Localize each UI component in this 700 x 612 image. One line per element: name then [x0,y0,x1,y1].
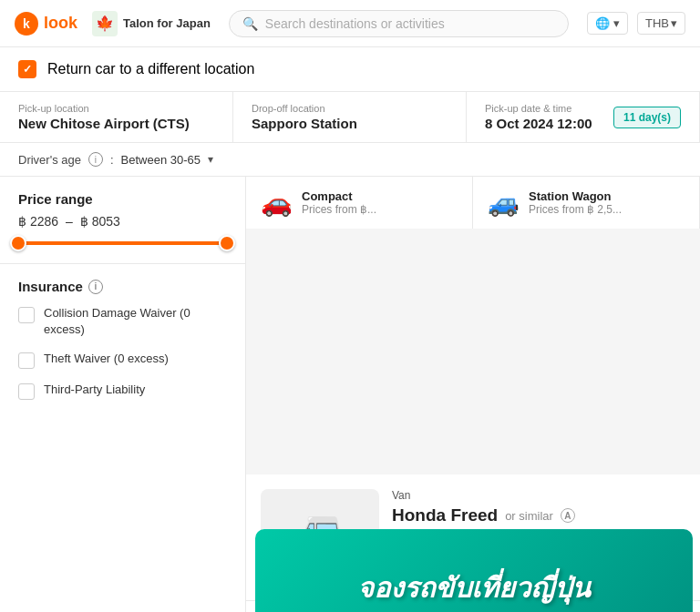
promo-overlay: จองรถขับเที่ยวญี่ปุ่น Step by Step พร้อม… [255,529,693,612]
return-bar: ✓ Return car to a different location [0,47,700,92]
honda-freed-or-similar: or similar [505,509,553,523]
logo-k-icon: k [15,12,38,36]
compact-price: Prices from ฿... [302,203,376,216]
driver-age-chevron-icon[interactable]: ▾ [208,153,213,166]
honda-freed-info-icon[interactable]: A [561,508,575,523]
header: k look 🍁 Talon for Japan 🔍 Search destin… [0,0,700,47]
price-max: ฿ 8053 [80,214,120,229]
price-range-section: Price range ฿ 2286 – ฿ 8053 [0,177,245,264]
insurance-section: Insurance i Collision Damage Waiver (0 e… [0,264,245,427]
pickup-label: Pick-up location [18,103,214,114]
pickup-value: New Chitose Airport (CTS) [18,116,214,131]
brand-icon: 🍁 [92,11,118,36]
date-label: Pick-up date & time [485,103,592,114]
pickup-section[interactable]: Pick-up location New Chitose Airport (CT… [0,92,233,142]
search-icon: 🔍 [242,16,258,31]
date-section[interactable]: Pick-up date & time 8 Oct 2024 12:00 11 … [467,92,700,142]
language-button[interactable]: 🌐 ▾ [587,12,628,35]
insurance-item-1: Collision Damage Waiver (0 excess) [18,305,227,338]
currency-button[interactable]: THB ▾ [637,12,685,35]
insurance-checkbox-1[interactable] [18,307,35,323]
insurance-checkbox-2[interactable] [18,352,35,369]
driver-age-label: Driver's age [18,153,81,167]
driver-age-bar: Driver's age i : Between 30-65 ▾ [0,143,700,177]
currency-label: THB [645,16,669,30]
compact-name: Compact [302,189,376,203]
driver-age-separator: : [110,153,114,167]
mini-card-compact[interactable]: 🚗 Compact Prices from ฿... [246,177,473,229]
insurance-item-2: Theft Waiver (0 excess) [18,351,227,369]
wagon-price: Prices from ฿ 2,5... [529,203,622,216]
compact-info: Compact Prices from ฿... [302,189,376,216]
chevron-currency-icon: ▾ [671,16,677,30]
content-area: 🚗 Compact Prices from ฿... 🚙 Station Wag… [246,177,700,612]
slider-fill [18,241,227,245]
search-bar[interactable]: 🔍 Search destinations or activities [229,10,569,37]
promo-title: จองรถขับเที่ยวญี่ปุ่น [357,570,591,606]
date-info: Pick-up date & time 8 Oct 2024 12:00 [485,103,592,131]
chevron-globe-icon: ▾ [613,16,620,30]
price-min: ฿ 2286 [18,214,58,229]
return-label: Return car to a different location [47,61,254,77]
globe-icon: 🌐 [595,16,610,30]
insurance-label-1: Collision Damage Waiver (0 excess) [44,305,227,338]
days-badge: 11 day(s) [613,107,681,128]
klook-logo[interactable]: k look [15,12,77,36]
date-value: 8 Oct 2024 12:00 [485,116,592,131]
insurance-item-3: Third-Party Liability [18,382,227,400]
search-placeholder: Search destinations or activities [265,16,445,31]
price-values: ฿ 2286 – ฿ 8053 [18,214,227,229]
price-range-title: Price range [18,191,227,207]
location-bar: Pick-up location New Chitose Airport (CT… [0,92,700,143]
dropoff-value: Sapporo Station [252,116,448,131]
brand-name: Talon for Japan [123,16,211,30]
mini-card-wagon[interactable]: 🚙 Station Wagon Prices from ฿ 2,5... [473,177,700,229]
wagon-car-icon: 🚙 [488,188,520,218]
wagon-info: Station Wagon Prices from ฿ 2,5... [529,189,622,216]
compact-car-icon: 🚗 [261,188,293,218]
logo-text: look [44,14,77,33]
price-slider[interactable] [18,241,227,245]
main-layout: Price range ฿ 2286 – ฿ 8053 Insurance i … [0,177,700,612]
insurance-checkbox-3[interactable] [18,383,35,400]
top-car-cards: 🚗 Compact Prices from ฿... 🚙 Station Wag… [246,177,700,229]
slider-thumb-left[interactable] [10,235,26,251]
price-separator: – [66,214,73,229]
dropoff-section[interactable]: Drop-off location Sapporo Station [233,92,467,142]
honda-freed-name: Honda Freed or similar A [392,505,685,525]
insurance-label-3: Third-Party Liability [44,382,145,398]
insurance-title: Insurance i [18,279,227,294]
sidebar: Price range ฿ 2286 – ฿ 8053 Insurance i … [0,177,246,612]
dropoff-label: Drop-off location [252,103,448,114]
brand-section: 🍁 Talon for Japan [92,11,211,36]
honda-freed-category: Van [392,489,685,502]
insurance-label-2: Theft Waiver (0 excess) [44,351,169,367]
wagon-name: Station Wagon [529,189,622,203]
driver-age-value: Between 30-65 [121,153,201,167]
slider-thumb-right[interactable] [219,235,235,251]
driver-age-info-icon[interactable]: i [88,152,103,167]
header-right: 🌐 ▾ THB ▾ [587,12,685,35]
return-checkbox[interactable]: ✓ [18,60,36,78]
insurance-info-icon[interactable]: i [88,280,103,294]
